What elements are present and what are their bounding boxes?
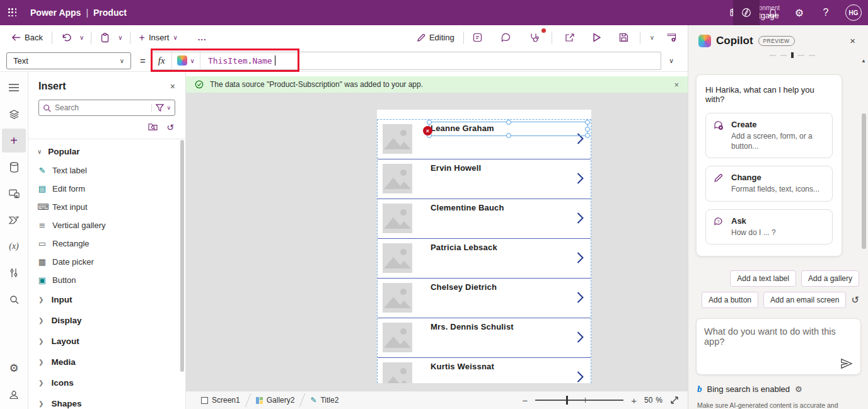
chevron-right-icon[interactable] [576, 212, 584, 224]
resize-handle[interactable] [585, 133, 590, 138]
insert-item[interactable]: ▭ Rectangle [28, 234, 185, 253]
formula-expand-chevron[interactable]: ∨ [661, 57, 681, 65]
editing-mode-button[interactable]: Editing [412, 30, 460, 45]
gallery-item-title[interactable]: Chelsey Dietrich [431, 282, 497, 292]
fit-to-window-icon[interactable] [670, 396, 679, 405]
filter-button[interactable]: ∨ [151, 104, 171, 112]
insert-item[interactable]: ▦ Date picker [28, 253, 185, 271]
rail-menu-button[interactable] [2, 76, 26, 100]
image-placeholder-icon[interactable] [383, 283, 412, 313]
rail-media-button[interactable] [2, 181, 26, 205]
refresh-components-icon[interactable]: ↺ [166, 122, 174, 132]
breadcrumb-screen1[interactable]: Screen1 [195, 391, 246, 409]
chevron-right-icon[interactable] [576, 291, 584, 304]
chevron-right-icon[interactable] [576, 172, 584, 185]
suggestion-pill[interactable]: Add a gallery [801, 270, 859, 287]
zoom-in-button[interactable]: + [631, 395, 637, 406]
image-placeholder-icon[interactable] [383, 243, 412, 273]
insert-panel-close-icon[interactable]: × [170, 81, 175, 91]
rail-search-button[interactable] [2, 287, 26, 311]
gallery-row[interactable]: Chelsey Dietrich [378, 279, 591, 318]
formula-text[interactable]: ThisItem.Name [200, 55, 275, 66]
comments-button[interactable] [496, 30, 516, 45]
image-placeholder-icon[interactable] [383, 362, 412, 383]
copilot-ask-card[interactable]: ? Ask How do I ... ? [705, 209, 833, 245]
copilot-change-card[interactable]: Change Format fields, text, icons... [705, 166, 833, 201]
copilot-scrollbar[interactable] [862, 113, 866, 249]
refresh-suggestions-icon[interactable]: ↺ [851, 294, 859, 306]
breadcrumb-title2[interactable]: ✎ Title2 [304, 391, 345, 409]
image-placeholder-icon[interactable] [383, 164, 412, 193]
chevron-right-icon[interactable] [576, 251, 584, 264]
property-selector[interactable]: Text ∨ [6, 52, 131, 69]
gallery-control[interactable]: Leanne Graham [377, 119, 591, 383]
popular-section-header[interactable]: ∨ Popular [28, 139, 185, 161]
share-button[interactable] [560, 30, 580, 45]
canvas-area[interactable]: Leanne Graham [186, 93, 688, 391]
gallery-item-title[interactable]: Patricia Lebsack [431, 243, 497, 252]
gallery-item-title[interactable]: Ervin Howell [431, 163, 481, 173]
save-dropdown-chevron[interactable]: ∨ [647, 32, 657, 43]
insert-section-header[interactable]: ❯ Media [28, 352, 185, 372]
gallery-item-title[interactable]: Clementine Bauch [431, 203, 504, 212]
insert-section-header[interactable]: ❯ Icons [28, 372, 185, 393]
breadcrumb-gallery2[interactable]: Gallery2 [250, 391, 301, 409]
insert-item[interactable]: ⌨ Text input [28, 198, 185, 216]
insert-item[interactable]: ▣ Button [28, 271, 185, 289]
bing-settings-gear-icon[interactable]: ⚙ [795, 384, 802, 394]
insert-section-header[interactable]: ❯ Input [28, 289, 185, 310]
rail-data-button[interactable] [2, 155, 26, 179]
rail-insert-button[interactable]: + [2, 129, 26, 153]
insert-menu-button[interactable]: + Insert ∨ [134, 29, 183, 47]
resize-handle[interactable] [585, 127, 590, 132]
copilot-nav-button[interactable] [733, 0, 760, 25]
app-checker-button[interactable] [524, 30, 544, 46]
rail-settings-button[interactable]: ⚙ [2, 356, 26, 380]
gallery-row[interactable]: Mrs. Dennis Schulist [378, 318, 591, 358]
gallery-item-title[interactable]: Mrs. Dennis Schulist [431, 322, 514, 331]
insert-panel-scrollbar[interactable] [180, 140, 184, 372]
resize-handle[interactable] [506, 120, 511, 125]
rail-power-automate-button[interactable] [2, 208, 26, 232]
avatar[interactable]: HG [845, 4, 862, 21]
image-placeholder-icon[interactable] [383, 204, 412, 233]
formula-copilot-button[interactable]: ∨ [172, 52, 200, 69]
gallery-row[interactable]: Kurtis Weissnat [378, 358, 591, 383]
suggestion-pill[interactable]: Add a text label [730, 270, 796, 287]
gallery-item-title[interactable]: Kurtis Weissnat [431, 362, 494, 371]
help-button[interactable]: ? [813, 0, 839, 25]
error-badge[interactable]: × [423, 126, 432, 135]
send-icon[interactable] [840, 358, 853, 369]
settings-button[interactable]: ⚙ [786, 0, 813, 25]
publish-button[interactable] [661, 30, 681, 45]
waffle-menu-icon[interactable] [0, 0, 25, 25]
browse-components-icon[interactable] [148, 122, 158, 132]
formula-input[interactable]: fx ∨ ThisItem.Name [151, 52, 661, 70]
suggestion-pill[interactable]: Add a button [702, 292, 758, 308]
image-placeholder-icon[interactable] [383, 124, 412, 154]
suggestion-pill[interactable]: Add an email screen [763, 292, 846, 308]
zoom-slider[interactable] [535, 396, 623, 405]
insert-item[interactable]: ≡ Vertical gallery [28, 216, 185, 234]
gallery-row[interactable]: Leanne Graham [378, 120, 591, 159]
resize-handle[interactable] [427, 120, 432, 125]
notification-close-icon[interactable]: × [674, 80, 679, 89]
preview-button[interactable] [587, 30, 606, 45]
insert-section-header[interactable]: ❯ Layout [28, 331, 185, 352]
gallery-row[interactable]: Ervin Howell [378, 159, 591, 199]
insert-item[interactable]: ▤ Edit form [28, 180, 185, 198]
undo-dropdown-chevron[interactable]: ∨ [76, 32, 87, 43]
zoom-slider-thumb[interactable] [566, 396, 568, 405]
more-commands-button[interactable]: ... [193, 30, 212, 45]
insert-section-header[interactable]: ❯ Shapes [28, 393, 185, 409]
copilot-scroll-up-arrow[interactable]: ▲ [861, 58, 866, 64]
copilot-close-icon[interactable]: × [846, 34, 859, 47]
copilot-create-card[interactable]: Create Add a screen, form, or a button..… [705, 113, 833, 158]
copilot-prompt-input[interactable] [704, 326, 853, 357]
resize-handle[interactable] [506, 133, 511, 138]
gallery-row[interactable]: Patricia Lebsack [378, 239, 591, 279]
app-settings-button[interactable] [468, 30, 487, 45]
chevron-right-icon[interactable] [576, 331, 584, 343]
insert-search-box[interactable]: ∨ [38, 100, 175, 116]
zoom-out-button[interactable]: − [522, 395, 528, 406]
